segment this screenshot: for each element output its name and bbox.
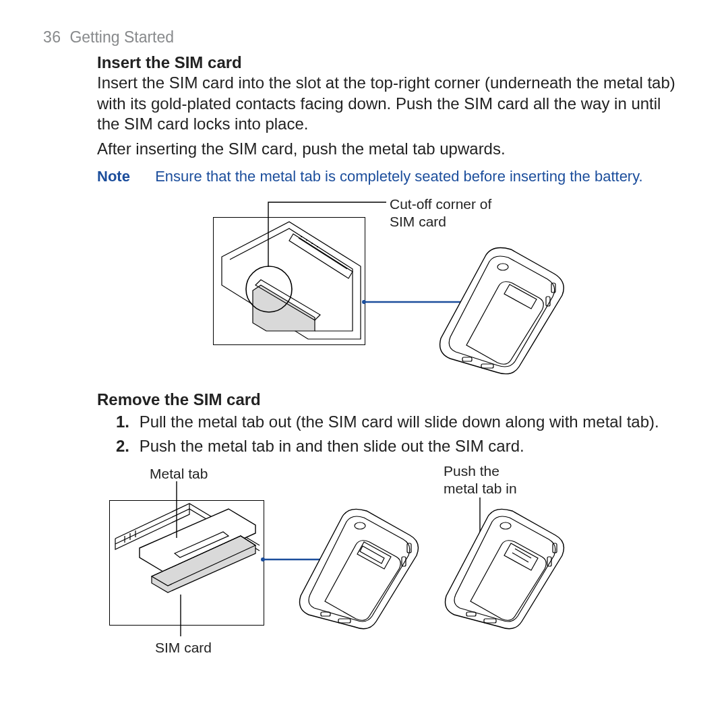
manual-page: 36 Getting Started Insert the SIM card I… [0, 0, 728, 728]
diagram-phone-remove-1 [283, 504, 429, 626]
svg-point-29 [261, 557, 265, 562]
diagram-phone-remove-2 [429, 504, 574, 626]
